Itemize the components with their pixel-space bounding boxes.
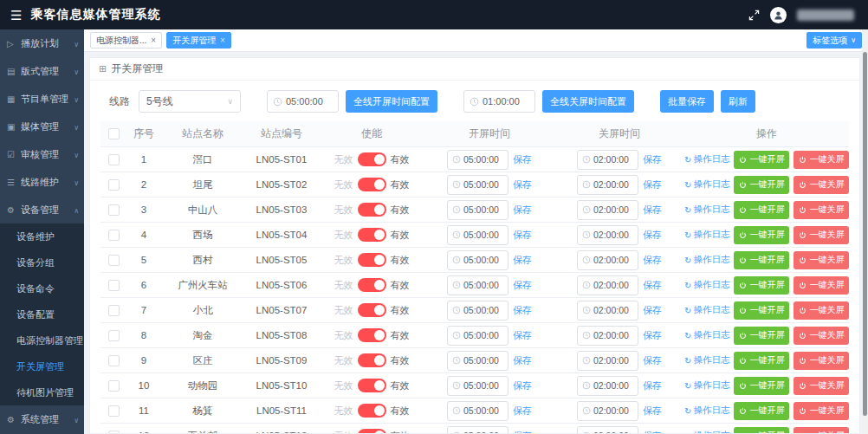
one-key-close-button[interactable]: 一键关屏 [794, 251, 849, 269]
close-time-value[interactable] [593, 179, 633, 190]
one-key-close-button[interactable]: 一键关屏 [794, 402, 849, 420]
one-key-close-button[interactable]: 一键关屏 [794, 151, 849, 169]
global-close-time-value[interactable] [483, 96, 529, 107]
save-open-time-link[interactable]: 保存 [513, 405, 532, 418]
close-time-input[interactable] [577, 401, 638, 421]
one-key-open-button[interactable]: 一键开屏 [734, 377, 789, 395]
open-time-value[interactable] [463, 405, 503, 416]
one-key-open-button[interactable]: 一键开屏 [734, 151, 789, 169]
save-open-time-link[interactable]: 保存 [513, 204, 532, 217]
one-key-close-button[interactable]: 一键关屏 [794, 327, 849, 345]
enable-toggle[interactable] [358, 429, 386, 434]
operation-log-link[interactable]: 操作日志 [684, 379, 729, 392]
save-open-time-link[interactable]: 保存 [513, 178, 532, 191]
hamburger-menu-icon[interactable] [10, 9, 22, 22]
one-key-open-button[interactable]: 一键开屏 [734, 427, 789, 434]
refresh-button[interactable]: 刷新 [721, 90, 755, 113]
save-close-time-link[interactable]: 保存 [643, 379, 662, 392]
global-open-time-input[interactable] [267, 90, 339, 113]
enable-toggle[interactable] [358, 152, 386, 166]
tab-power-controller[interactable]: 电源控制器... [90, 32, 162, 49]
save-close-time-link[interactable]: 保存 [643, 153, 662, 166]
close-time-value[interactable] [593, 230, 633, 240]
submenu-item-standby-image-mgmt[interactable]: 待机图片管理 [0, 379, 84, 405]
save-close-time-link[interactable]: 保存 [643, 229, 662, 242]
one-key-close-button[interactable]: 一键关屏 [794, 352, 849, 370]
row-checkbox[interactable] [108, 355, 120, 366]
one-key-open-button[interactable]: 一键开屏 [734, 176, 789, 194]
save-open-time-link[interactable]: 保存 [513, 430, 532, 434]
enable-toggle[interactable] [358, 253, 386, 267]
submenu-item-device-group[interactable]: 设备分组 [0, 249, 84, 275]
operation-log-link[interactable]: 操作日志 [684, 279, 729, 291]
open-time-input[interactable] [447, 376, 508, 396]
select-all-checkbox[interactable] [108, 128, 120, 139]
open-time-input[interactable] [447, 225, 508, 245]
operation-log-link[interactable]: 操作日志 [684, 430, 729, 434]
row-checkbox[interactable] [108, 330, 120, 341]
close-time-input[interactable] [577, 175, 638, 195]
one-key-open-button[interactable]: 一键开屏 [734, 301, 789, 320]
open-time-input[interactable] [447, 200, 508, 220]
one-key-open-button[interactable]: 一键开屏 [734, 251, 789, 269]
open-time-value[interactable] [463, 255, 503, 265]
one-key-close-button[interactable]: 一键关屏 [794, 276, 849, 295]
close-time-input[interactable] [577, 225, 638, 245]
save-open-time-link[interactable]: 保存 [513, 379, 532, 392]
save-open-time-link[interactable]: 保存 [513, 329, 532, 342]
vertical-scrollbar[interactable] [862, 29, 868, 434]
open-time-value[interactable] [463, 305, 503, 315]
submenu-item-device-config[interactable]: 设备配置 [0, 301, 84, 327]
close-time-value[interactable] [593, 154, 633, 165]
save-open-time-link[interactable]: 保存 [513, 354, 532, 367]
one-key-close-button[interactable]: 一键关屏 [794, 377, 849, 395]
close-time-input[interactable] [577, 326, 638, 346]
all-line-open-config-button[interactable]: 全线开屏时间配置 [346, 90, 437, 113]
close-time-input[interactable] [577, 150, 638, 170]
global-close-time-input[interactable] [463, 90, 535, 113]
enable-toggle[interactable] [358, 328, 386, 342]
enable-toggle[interactable] [358, 178, 386, 191]
open-time-value[interactable] [463, 179, 503, 190]
close-time-input[interactable] [577, 351, 638, 371]
close-time-input[interactable] [577, 301, 638, 321]
operation-log-link[interactable]: 操作日志 [684, 229, 729, 241]
open-time-value[interactable] [463, 230, 503, 240]
one-key-open-button[interactable]: 一键开屏 [734, 276, 789, 295]
enable-toggle[interactable] [358, 278, 386, 292]
tab-screen-switch-mgmt[interactable]: 开关屏管理 [166, 32, 231, 49]
save-close-time-link[interactable]: 保存 [643, 354, 662, 367]
open-time-value[interactable] [463, 204, 503, 215]
one-key-open-button[interactable]: 一键开屏 [734, 226, 789, 244]
one-key-close-button[interactable]: 一键关屏 [794, 176, 849, 194]
operation-log-link[interactable]: 操作日志 [684, 178, 729, 191]
row-checkbox[interactable] [108, 179, 120, 191]
one-key-close-button[interactable]: 一键关屏 [794, 226, 849, 244]
fullscreen-icon[interactable] [748, 10, 760, 21]
close-time-input[interactable] [577, 275, 638, 295]
open-time-value[interactable] [463, 355, 503, 366]
save-close-time-link[interactable]: 保存 [643, 279, 662, 292]
enable-toggle[interactable] [358, 353, 386, 367]
sidebar-item-play-plan[interactable]: ▷ 播放计划 [0, 29, 84, 57]
line-select[interactable]: 5号线 [139, 90, 241, 113]
open-time-input[interactable] [447, 326, 508, 346]
save-close-time-link[interactable]: 保存 [643, 178, 662, 191]
sidebar-item-layout-mgmt[interactable]: ▤ 版式管理 [0, 57, 84, 85]
open-time-value[interactable] [463, 330, 503, 340]
row-checkbox[interactable] [108, 305, 120, 316]
submenu-item-screen-switch-mgmt[interactable]: 开关屏管理 [0, 353, 84, 379]
open-time-input[interactable] [447, 426, 508, 434]
close-time-input[interactable] [577, 376, 638, 396]
submenu-item-device-command[interactable]: 设备命令 [0, 275, 84, 301]
open-time-value[interactable] [463, 154, 503, 165]
save-close-time-link[interactable]: 保存 [643, 405, 662, 418]
close-time-input[interactable] [577, 426, 638, 434]
row-checkbox[interactable] [108, 204, 120, 216]
open-time-input[interactable] [447, 250, 508, 270]
operation-log-link[interactable]: 操作日志 [684, 405, 729, 417]
close-time-value[interactable] [593, 255, 633, 265]
open-time-input[interactable] [447, 301, 508, 321]
row-checkbox[interactable] [108, 380, 120, 392]
close-time-value[interactable] [593, 431, 633, 434]
